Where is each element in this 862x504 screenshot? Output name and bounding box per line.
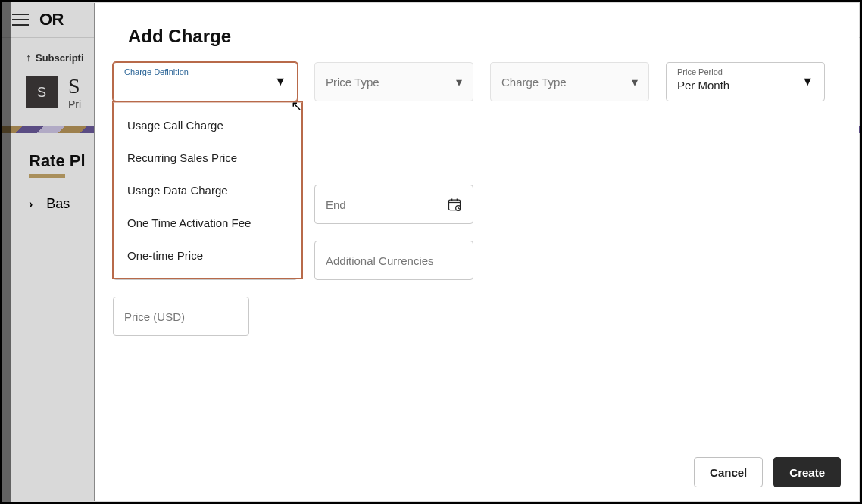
charge-definition-dropdown: Usage Call Charge Recurring Sales Price …: [113, 102, 302, 278]
price-period-label: Price Period: [677, 67, 723, 76]
price-period-select[interactable]: Price Period Per Month ▼: [666, 62, 825, 101]
left-edge-shadow: [2, 2, 11, 502]
additional-currencies-placeholder: Additional Currencies: [326, 254, 434, 267]
dropdown-option[interactable]: Usage Call Charge: [114, 109, 301, 142]
dropdown-option[interactable]: One-time Price: [114, 239, 301, 272]
create-button[interactable]: Create: [773, 457, 841, 487]
chevron-down-icon: ▾: [456, 75, 462, 89]
calendar-icon: [447, 197, 462, 212]
dropdown-option[interactable]: Recurring Sales Price: [114, 142, 301, 174]
chevron-down-icon: ▼: [274, 75, 286, 89]
additional-currencies-input[interactable]: Additional Currencies: [314, 241, 473, 280]
svg-line-6: [458, 208, 460, 209]
cancel-button[interactable]: Cancel: [694, 457, 763, 487]
charge-type-placeholder: Charge Type: [501, 76, 567, 89]
price-type-select[interactable]: Price Type ▾: [314, 62, 473, 101]
charge-definition-select[interactable]: Charge Definition ▼ Usage Call Charge Re…: [113, 62, 298, 101]
charge-definition-label: Charge Definition: [124, 67, 189, 76]
charge-type-select[interactable]: Charge Type ▾: [490, 62, 649, 101]
dropdown-option[interactable]: Usage Data Charge: [114, 174, 301, 207]
end-date-placeholder: End: [326, 198, 346, 211]
dropdown-option[interactable]: One Time Activation Fee: [114, 207, 301, 239]
dialog-title: Add Charge: [95, 3, 859, 62]
end-date-input[interactable]: End: [314, 185, 473, 224]
add-charge-dialog: Add Charge Charge Definition ▼ Usage Cal…: [94, 3, 859, 501]
price-usd-input[interactable]: Price (USD): [113, 297, 249, 336]
price-period-value: Per Month: [677, 79, 729, 92]
chevron-down-icon: ▾: [632, 75, 638, 89]
chevron-down-icon: ▼: [801, 75, 814, 89]
price-usd-placeholder: Price (USD): [124, 310, 185, 323]
price-type-placeholder: Price Type: [326, 76, 379, 89]
